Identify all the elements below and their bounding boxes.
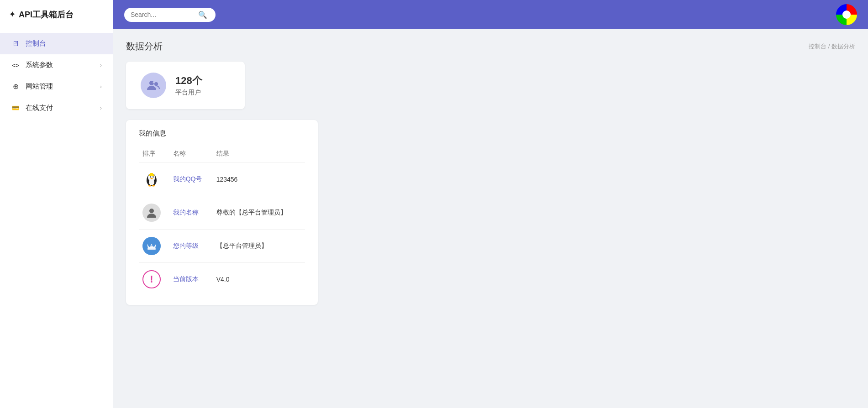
info-card-title: 我的信息 xyxy=(139,129,305,138)
system-params-icon: <> xyxy=(11,62,20,69)
svg-rect-21 xyxy=(147,248,156,250)
row-name-cell[interactable]: 我的QQ号 xyxy=(169,163,213,196)
stats-text: 128个 平台用户 xyxy=(175,74,202,97)
breadcrumb-current: 数据分析 xyxy=(831,43,855,50)
page-header: 数据分析 控制台 / 数据分析 xyxy=(126,40,855,52)
svg-point-11 xyxy=(150,176,151,178)
topbar-right xyxy=(836,4,857,25)
row-name-link[interactable]: 您的等级 xyxy=(173,242,199,249)
table-row: 我的名称尊敬的【总平台管理员】 xyxy=(139,196,305,230)
search-icon[interactable]: 🔍 xyxy=(198,10,207,19)
sidebar-logo: ✦ API工具箱后台 xyxy=(0,0,113,29)
row-name-link[interactable]: 当前版本 xyxy=(173,275,199,282)
breadcrumb: 控制台 / 数据分析 xyxy=(809,42,855,51)
svg-point-14 xyxy=(153,176,153,177)
svg-point-2 xyxy=(153,82,154,84)
sidebar-item-system-params[interactable]: <> 系统参数 › xyxy=(0,54,113,76)
row-value-cell: 123456 xyxy=(213,163,305,196)
search-input[interactable] xyxy=(131,11,195,18)
main-area: 🔍 数据分析 控制台 / 数据分析 xyxy=(113,0,868,408)
page-content: 数据分析 控制台 / 数据分析 128个 平台用户 xyxy=(113,29,868,408)
row-value-cell: V4.0 xyxy=(213,263,305,296)
sidebar-item-dashboard-label: 控制台 xyxy=(26,39,46,48)
app-logo-inner xyxy=(842,10,851,19)
breadcrumb-home: 控制台 xyxy=(809,43,826,50)
svg-point-12 xyxy=(153,176,154,178)
col-result: 结果 xyxy=(213,145,305,163)
table-header-row: 排序 名称 结果 xyxy=(139,145,305,163)
svg-point-15 xyxy=(151,178,153,179)
dashboard-icon: 🖥 xyxy=(11,40,20,48)
breadcrumb-sep: / xyxy=(828,43,831,50)
sidebar-item-online-payment-label: 在线支付 xyxy=(26,104,53,112)
topbar: 🔍 xyxy=(113,0,868,29)
users-icon xyxy=(146,78,161,93)
table-row: 我的QQ号123456 xyxy=(139,163,305,196)
row-icon-cell: VIP xyxy=(139,230,169,263)
online-payment-icon: 💳 xyxy=(11,105,20,111)
version-icon: ! xyxy=(142,270,161,288)
svg-text:VIP: VIP xyxy=(149,244,154,247)
stats-icon xyxy=(141,73,166,98)
sidebar-item-website-mgmt[interactable]: ⊕ 网站管理 › xyxy=(0,76,113,97)
table-row: VIP 您的等级【总平台管理员】 xyxy=(139,230,305,263)
vip-badge-icon: VIP xyxy=(142,237,161,255)
row-name-cell[interactable]: 您的等级 xyxy=(169,230,213,263)
svg-point-17 xyxy=(152,185,155,187)
chevron-right-icon: › xyxy=(100,62,102,68)
svg-point-1 xyxy=(154,82,158,86)
row-icon-cell xyxy=(139,163,169,196)
logo-icon: ✦ xyxy=(9,10,15,19)
row-name-link[interactable]: 我的QQ号 xyxy=(173,175,202,183)
page-title: 数据分析 xyxy=(126,40,163,52)
logo-text: API工具箱后台 xyxy=(19,9,74,20)
stats-count: 128个 xyxy=(175,74,202,88)
chevron-right-icon-2: › xyxy=(100,83,102,90)
col-order: 排序 xyxy=(139,145,169,163)
app-logo xyxy=(836,4,857,25)
info-table: 排序 名称 结果 xyxy=(139,145,305,296)
row-name-cell[interactable]: 当前版本 xyxy=(169,263,213,296)
sidebar-item-online-payment[interactable]: 💳 在线支付 › xyxy=(0,97,113,119)
row-value-cell: 【总平台管理员】 xyxy=(213,230,305,263)
sidebar-nav: 🖥 控制台 <> 系统参数 › ⊕ 网站管理 › 💳 在线支付 xyxy=(0,29,113,408)
chevron-right-icon-3: › xyxy=(100,105,102,111)
user-silhouette-icon xyxy=(142,204,161,222)
row-icon-cell xyxy=(139,196,169,230)
svg-point-16 xyxy=(148,185,151,187)
sidebar-item-dashboard[interactable]: 🖥 控制台 xyxy=(0,33,113,54)
row-value-cell: 尊敬的【总平台管理员】 xyxy=(213,196,305,230)
qq-icon xyxy=(142,170,161,188)
col-name: 名称 xyxy=(169,145,213,163)
row-icon-cell: ! xyxy=(139,263,169,296)
row-name-cell[interactable]: 我的名称 xyxy=(169,196,213,230)
svg-point-8 xyxy=(149,179,154,185)
svg-point-20 xyxy=(149,209,154,213)
stats-label: 平台用户 xyxy=(175,89,202,97)
website-mgmt-icon: ⊕ xyxy=(11,82,20,91)
sidebar-item-website-mgmt-label: 网站管理 xyxy=(26,82,53,91)
search-box[interactable]: 🔍 xyxy=(124,8,216,22)
table-row: ! 当前版本V4.0 xyxy=(139,263,305,296)
info-card: 我的信息 排序 名称 结果 xyxy=(126,120,318,305)
sidebar-item-system-params-label: 系统参数 xyxy=(26,61,53,69)
row-name-link[interactable]: 我的名称 xyxy=(173,209,199,216)
svg-point-13 xyxy=(150,176,151,177)
stats-card: 128个 平台用户 xyxy=(126,62,245,109)
svg-rect-19 xyxy=(150,173,153,175)
sidebar: ✦ API工具箱后台 🖥 控制台 <> 系统参数 › ⊕ 网站管理 › xyxy=(0,0,113,408)
